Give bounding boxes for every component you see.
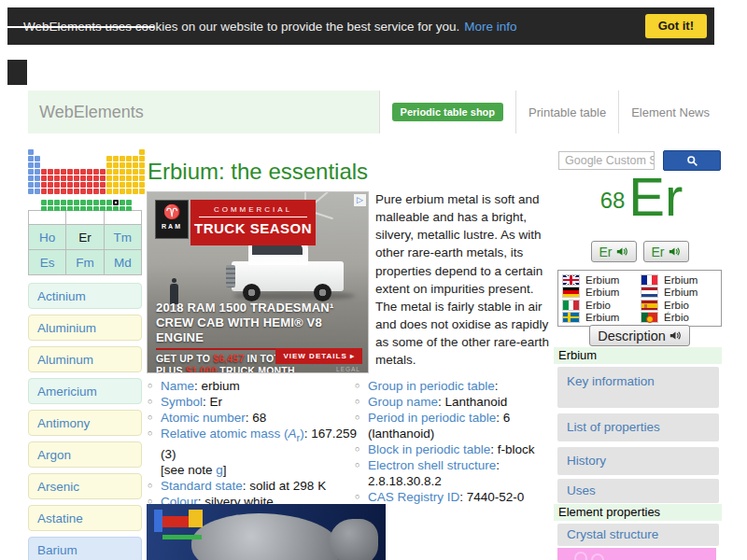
- facts-list-right: Group in periodic table: Group name: Lan…: [355, 378, 556, 505]
- es-flag-icon: [641, 300, 658, 311]
- fact-label-link[interactable]: Name: [161, 379, 194, 393]
- it-flag-icon: [562, 300, 580, 311]
- fact-item: Group in periodic table:: [355, 378, 556, 394]
- translations-table: ErbiumErbiumErbioErbium ErbiumErbiumErbi…: [557, 270, 722, 327]
- note-link[interactable]: g: [216, 463, 223, 477]
- fact-item: Electron shell structure: 2.8.18.30.8.2: [355, 457, 556, 489]
- adchoices-icon[interactable]: ▷: [354, 194, 366, 206]
- element-nav-ho[interactable]: Ho: [29, 225, 66, 250]
- nl-flag-icon: [641, 287, 658, 298]
- description-audio-button[interactable]: Description: [589, 325, 690, 346]
- crystal-structure-thumbnail[interactable]: [557, 548, 716, 560]
- element-symbol-large: Er: [628, 171, 683, 222]
- fact-item: Period in periodic table: 6 (lanthanoid): [355, 410, 556, 441]
- element-nav-es[interactable]: Es: [29, 250, 66, 275]
- cookie-accept-button[interactable]: Got it!: [645, 14, 707, 38]
- element-intro-paragraph: Pure erbium metal is soft and malleable …: [375, 190, 553, 370]
- nav-element-news[interactable]: Element News: [618, 91, 722, 133]
- fact-item: Name: erbium: [148, 378, 360, 394]
- speaker-icon: [669, 245, 681, 258]
- element-list-arsenic[interactable]: Arsenic: [28, 473, 142, 499]
- translation-row: Erbium: [562, 287, 641, 300]
- translation-name: Erbium: [585, 312, 619, 323]
- sidebar-link-history[interactable]: History: [557, 447, 719, 475]
- site-brand[interactable]: WebElements: [39, 91, 144, 133]
- fact-item: Atomic number: 68: [148, 410, 360, 426]
- sidebar-link-key-information[interactable]: Key information: [557, 367, 719, 408]
- fact-value: Lanthanoid: [445, 395, 508, 409]
- element-nav-empty: [66, 211, 104, 225]
- element-nav-tm[interactable]: Tm: [105, 225, 141, 250]
- speaker-icon: [616, 245, 628, 258]
- translation-name: Erbium: [585, 287, 619, 298]
- ad-legal-link[interactable]: LEGAL: [336, 366, 360, 372]
- sidebar-link-uses[interactable]: Uses: [557, 479, 719, 503]
- left-sidebar: HoErTmEsFmMd ActiniumAluminiumAluminumAm…: [28, 142, 142, 560]
- translation-row: Erbio: [641, 299, 719, 312]
- sidebar-link-crystal-structure[interactable]: Crystal structure: [557, 524, 719, 546]
- ad-banner[interactable]: ♈ RAM COMMERCIAL TRUCK SEASON ▷ 2018 RAM…: [147, 191, 369, 373]
- erbium-sample-photo: [147, 504, 386, 560]
- element-nav-md[interactable]: Md: [105, 250, 141, 275]
- fact-label-link[interactable]: Symbol: [161, 395, 203, 409]
- element-nav-empty: [105, 211, 141, 225]
- fact-label-link[interactable]: Relative atomic mass (Ar): [161, 427, 304, 441]
- fr-flag-icon: [641, 274, 658, 286]
- pronunciation-buttons: Er Er: [557, 241, 722, 262]
- header-nav: Periodic table shop Printable table Elem…: [379, 91, 722, 133]
- fact-value: 7440-52-0: [467, 490, 525, 504]
- element-list-antimony[interactable]: Antimony: [28, 410, 142, 436]
- element-navigator: HoErTmEsFmMd: [28, 210, 142, 275]
- truck-wheel: [243, 284, 261, 301]
- fact-item: Symbol: Er: [148, 394, 360, 410]
- fact-label-link[interactable]: Block in periodic table: [368, 442, 490, 456]
- fact-item: Relative atomic mass (Ar): 167.259 (3)[s…: [148, 426, 360, 478]
- pronounce-er-button-2[interactable]: Er: [643, 241, 689, 262]
- element-nav-fm[interactable]: Fm: [66, 250, 104, 275]
- element-list-actinium[interactable]: Actinium: [28, 283, 142, 309]
- header-nav-shop-cell: Periodic table shop: [379, 91, 515, 133]
- se-flag-icon: [562, 312, 580, 323]
- fact-item: CAS Registry ID: 7440-52-0: [355, 489, 556, 505]
- fact-item: Block in periodic table: f-block: [355, 441, 556, 457]
- element-nav-er: Er: [66, 225, 104, 250]
- fact-label-link[interactable]: Group in periodic table: [368, 379, 495, 393]
- atomic-number-display: 68: [600, 188, 626, 214]
- element-nav-empty: [29, 211, 66, 225]
- truck-wheel: [314, 284, 331, 301]
- element-list-argon[interactable]: Argon: [28, 441, 142, 468]
- cookie-more-info-link[interactable]: More info: [464, 20, 516, 34]
- ram-logo: ♈ RAM: [155, 200, 189, 239]
- search-icon: [686, 155, 698, 167]
- nav-printable-table[interactable]: Printable table: [515, 91, 618, 133]
- translation-row: Erbio: [562, 299, 641, 312]
- element-list-aluminium[interactable]: Aluminium: [28, 315, 142, 341]
- element-list-aluminum[interactable]: Aluminum: [28, 346, 142, 372]
- fact-label-link[interactable]: Standard state: [161, 479, 243, 493]
- sidebar-link-list-of-properties[interactable]: List of properties: [557, 413, 719, 441]
- ad-view-details-button[interactable]: VIEW DETAILS ▸: [275, 348, 362, 364]
- de-flag-icon: [562, 287, 580, 298]
- periodic-table-shop-button[interactable]: Periodic table shop: [392, 103, 503, 121]
- fact-label-link[interactable]: Atomic number: [161, 411, 246, 425]
- fact-label-link[interactable]: Period in periodic table: [368, 411, 496, 425]
- mini-periodic-table[interactable]: [28, 142, 142, 205]
- element-list-americium[interactable]: Americium: [28, 378, 142, 404]
- pt-flag-icon: [641, 312, 658, 323]
- translation-name: Erbium: [664, 274, 698, 286]
- fact-label-link[interactable]: CAS Registry ID: [368, 490, 459, 504]
- speaker-icon: [669, 329, 682, 342]
- translation-row: Erbium: [562, 273, 641, 287]
- element-list-barium[interactable]: Barium: [28, 537, 142, 560]
- translation-row: Erbium: [641, 273, 719, 287]
- element-list-astatine[interactable]: Astatine: [28, 505, 142, 531]
- fact-value: 2.8.18.30.8.2: [368, 474, 442, 488]
- translations-right: ErbiumErbiumErbioÉrbio: [641, 273, 719, 324]
- fact-item: Group name: Lanthanoid: [355, 394, 556, 410]
- ram-head-icon: ♈: [156, 201, 188, 223]
- fact-label-link[interactable]: Group name: [368, 395, 438, 409]
- translation-row: Erbium: [641, 287, 719, 300]
- pronounce-er-button-1[interactable]: Er: [591, 241, 637, 262]
- translation-name: Erbium: [585, 274, 619, 286]
- fact-label-link[interactable]: Electron shell structure: [368, 458, 496, 472]
